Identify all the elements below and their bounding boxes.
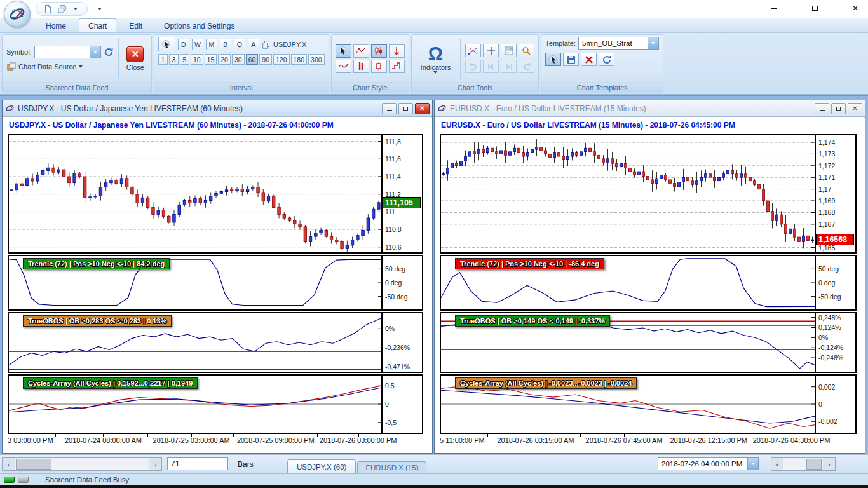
- new-document-button[interactable]: [42, 3, 53, 15]
- indicator-axis: 50 deg0 deg-50 deg: [816, 255, 857, 311]
- app-logo-button[interactable]: [4, 1, 31, 27]
- period-m-button[interactable]: M: [206, 39, 217, 50]
- child-close-button[interactable]: ✕: [415, 103, 430, 114]
- scroll-left-icon[interactable]: ‹: [771, 458, 783, 470]
- feed-status-gray-icon: [18, 477, 29, 483]
- template-dropdown-button[interactable]: [648, 37, 658, 49]
- ohlc-box-style-button[interactable]: [371, 60, 387, 73]
- watchlist-tool-button[interactable]: [501, 44, 517, 57]
- crosshair-tool-button[interactable]: [483, 44, 499, 57]
- scroll-right-icon[interactable]: ›: [823, 458, 835, 470]
- period-b-button[interactable]: B: [220, 39, 231, 50]
- axis-tick-label: -0,248%: [818, 354, 843, 362]
- close-chart-button[interactable]: ✕ Close: [123, 46, 147, 71]
- child-minimize-button[interactable]: [382, 103, 397, 114]
- template-delete-button[interactable]: [581, 53, 597, 66]
- ribbon-tab-options-and-settings[interactable]: Options and Settings: [155, 19, 243, 32]
- chart-scrollbar-left[interactable]: ‹ ›: [2, 458, 162, 471]
- group-label: Sharenet Data Feed: [3, 82, 151, 93]
- pointer-mode-button[interactable]: [158, 37, 175, 51]
- interval-1-button[interactable]: 1: [158, 54, 168, 65]
- indicator-plot[interactable]: Cycles-Array (All Cycles) | -0,0023...-0…: [440, 374, 816, 434]
- interval-60-button[interactable]: 60: [246, 54, 259, 65]
- minimize-button[interactable]: [768, 2, 780, 15]
- line-dots-style-button[interactable]: [353, 44, 369, 58]
- ribbon-tab-home[interactable]: Home: [37, 19, 75, 32]
- magnifier-tool-button[interactable]: [519, 44, 534, 57]
- candles-style-button[interactable]: [371, 44, 387, 58]
- child-minimize-button[interactable]: [815, 103, 829, 114]
- window-arrange-button[interactable]: [56, 3, 67, 15]
- interval-90-button[interactable]: 90: [259, 54, 272, 65]
- scroll-right-icon[interactable]: ›: [149, 458, 161, 470]
- quick-access-toolbar: [36, 2, 88, 16]
- period-a-button[interactable]: A: [248, 39, 259, 50]
- close-label: Close: [126, 64, 144, 71]
- scroll-left-icon[interactable]: ‹: [3, 458, 15, 470]
- wave-style-button[interactable]: [336, 60, 351, 73]
- step-back-button: [483, 60, 499, 73]
- child-maximize-button[interactable]: [398, 103, 413, 114]
- doc-tab-usdjpy-x-60-[interactable]: USDJPY.X (60): [287, 459, 356, 474]
- interval-15-button[interactable]: 15: [205, 54, 217, 65]
- ribbon-tab-edit[interactable]: Edit: [120, 19, 151, 32]
- x-axis-tick: [191, 433, 192, 437]
- child-title-bar[interactable]: EURUSD.X - Euro / US Dollar LIVESTREAM (…: [435, 100, 865, 117]
- indicator-plot[interactable]: Trendic (72) | Pos >10 Neg <-10 | -86,4 …: [440, 255, 816, 311]
- candlestick-plot[interactable]: [8, 134, 383, 254]
- datetime-dropdown-button[interactable]: [747, 458, 758, 470]
- indicators-label: Indicators: [421, 64, 451, 71]
- candlestick-plot[interactable]: [440, 134, 816, 254]
- period-w-button[interactable]: W: [192, 39, 203, 50]
- period-d-button[interactable]: D: [178, 39, 189, 50]
- x-axis-tick: [55, 433, 56, 437]
- window-arrange-dropdown[interactable]: [70, 3, 81, 15]
- chart-scrollbar-right[interactable]: ‹ ›: [771, 458, 836, 471]
- bar-drop-style-button[interactable]: [389, 44, 405, 58]
- customize-quick-access-button[interactable]: [95, 4, 104, 13]
- child-maximize-button[interactable]: [831, 103, 846, 114]
- interval-120-button[interactable]: 120: [273, 54, 290, 65]
- steps-style-button[interactable]: [389, 60, 405, 73]
- cursor-style-button[interactable]: [336, 44, 351, 58]
- template-cursor-button[interactable]: [545, 53, 561, 66]
- child-title-bar[interactable]: USDJPY.X - US Dollar / Japanese Yen LIVE…: [3, 100, 432, 117]
- indicators-button[interactable]: Ω Indicators: [416, 44, 456, 74]
- interval-20-button[interactable]: 20: [218, 54, 231, 65]
- interval-10-button[interactable]: 10: [191, 54, 203, 65]
- interval-30-button[interactable]: 30: [232, 54, 245, 65]
- indicator-label: Trendic (72) | Pos >10 Neg <-10 | 84,2 d…: [23, 258, 170, 269]
- doc-tab-eurusd-x-15-[interactable]: EURUSD.X (15): [357, 461, 426, 474]
- trend-lines-tool-button[interactable]: [465, 44, 481, 57]
- bars-count-input[interactable]: [167, 458, 228, 470]
- close-icon: ✕: [126, 46, 144, 62]
- interval-180-button[interactable]: 180: [291, 54, 308, 65]
- scroll-thumb[interactable]: [16, 459, 51, 470]
- child-close-button[interactable]: ✕: [848, 103, 862, 114]
- sharenet-logo-icon: [8, 4, 27, 24]
- refresh-icon[interactable]: [104, 47, 114, 57]
- indicator-plot[interactable]: Trendic (72) | Pos >10 Neg <-10 | 84,2 d…: [8, 255, 383, 311]
- symbol-dropdown-button[interactable]: [90, 46, 100, 58]
- indicator-plot[interactable]: TrueOBOS | OB >0,149 OS <-0,149 | -0,337…: [440, 312, 816, 373]
- cycles-panel: Cycles-Array (All Cycles) | -0,0023...-0…: [440, 374, 857, 434]
- indicator-plot[interactable]: Cycles-Array (All Cycles) | 0,1592...0,2…: [8, 374, 383, 434]
- interval-300-button[interactable]: 300: [308, 54, 325, 65]
- ribbon-tab-chart[interactable]: Chart: [79, 18, 116, 32]
- template-save-button[interactable]: [563, 53, 579, 66]
- interval-5-button[interactable]: 5: [180, 54, 189, 65]
- template-combobox[interactable]: 5min_OB_Strat: [578, 37, 659, 50]
- scroll-thumb[interactable]: [806, 459, 822, 470]
- interval-3-button[interactable]: 3: [169, 54, 179, 65]
- close-button[interactable]: ✕: [849, 2, 862, 15]
- chart-data-source-button[interactable]: Chart Data Source: [6, 62, 114, 71]
- indicator-plot[interactable]: TrueOBOS | OB >0,283 OS <-0,283 | 0,13%: [8, 312, 383, 373]
- period-q-button[interactable]: Q: [234, 39, 245, 50]
- axis-tick-label: 0 deg: [818, 279, 835, 287]
- template-refresh-button[interactable]: [599, 53, 614, 66]
- datetime-combobox[interactable]: 2018-07-26 04:00:00 PM: [658, 458, 759, 470]
- restore-button[interactable]: [808, 2, 821, 15]
- vbars-style-button[interactable]: [353, 60, 369, 73]
- symbol-combobox[interactable]: [34, 46, 101, 58]
- chart-window-usdjpy: USDJPY.X - US Dollar / Japanese Yen LIVE…: [2, 100, 433, 454]
